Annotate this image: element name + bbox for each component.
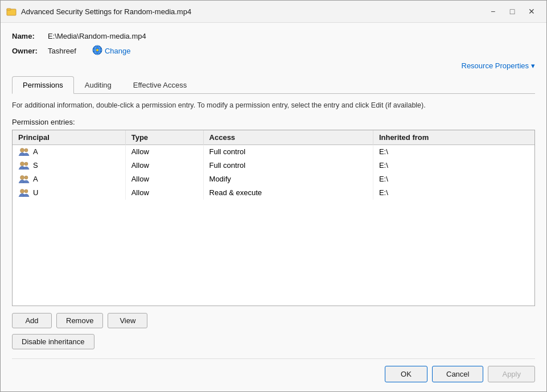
svg-point-10 bbox=[20, 162, 24, 166]
table-header-row: Principal Type Access Inherited from bbox=[13, 130, 534, 145]
svg-point-11 bbox=[24, 162, 28, 166]
name-value: E:\Media\Random-media.mp4 bbox=[48, 32, 146, 40]
cell-principal: S bbox=[13, 159, 125, 172]
tabs-container: Permissions Auditing Effective Access bbox=[12, 76, 535, 94]
dialog-buttons-row: OK Cancel Apply bbox=[12, 358, 535, 382]
maximize-button[interactable]: □ bbox=[503, 4, 521, 19]
table-row[interactable]: U AllowRead & executeE:\ bbox=[13, 186, 534, 200]
globe-icon bbox=[92, 45, 102, 57]
cell-access: Modify bbox=[203, 172, 373, 186]
window-title: Advanced Security Settings for Random-me… bbox=[21, 7, 479, 16]
owner-label: Owner: bbox=[12, 47, 43, 55]
cell-access: Full control bbox=[203, 159, 373, 172]
svg-rect-1 bbox=[7, 9, 11, 10]
cell-inherited: E:\ bbox=[373, 172, 534, 186]
table-row[interactable]: S AllowFull controlE:\ bbox=[13, 159, 534, 172]
disable-inheritance-button[interactable]: Disable inheritance bbox=[12, 334, 94, 349]
description-text: For additional information, double-click… bbox=[12, 101, 535, 111]
permission-entries-label: Permission entries: bbox=[12, 118, 535, 126]
cell-principal: A bbox=[13, 172, 125, 186]
col-principal: Principal bbox=[13, 130, 125, 145]
col-type: Type bbox=[125, 130, 203, 145]
owner-row: Owner: Tashreef Change bbox=[12, 45, 535, 57]
cancel-button[interactable]: Cancel bbox=[432, 366, 483, 382]
remove-button[interactable]: Remove bbox=[56, 313, 103, 328]
close-button[interactable]: ✕ bbox=[523, 4, 541, 19]
main-window: Advanced Security Settings for Random-me… bbox=[0, 0, 547, 392]
name-row: Name: E:\Media\Random-media.mp4 bbox=[12, 32, 535, 40]
cell-type: Allow bbox=[125, 159, 203, 172]
minimize-button[interactable]: − bbox=[484, 4, 502, 19]
tab-auditing[interactable]: Auditing bbox=[74, 76, 122, 94]
resource-properties-row: Resource Properties ▾ bbox=[12, 61, 535, 70]
svg-point-15 bbox=[24, 189, 28, 193]
view-button[interactable]: View bbox=[108, 313, 147, 328]
col-access: Access bbox=[203, 130, 373, 145]
svg-point-14 bbox=[20, 189, 24, 193]
resource-properties-button[interactable]: Resource Properties ▾ bbox=[462, 61, 536, 70]
add-button[interactable]: Add bbox=[12, 313, 52, 328]
cell-type: Allow bbox=[125, 172, 203, 186]
folder-icon bbox=[6, 6, 17, 16]
col-inherited-from: Inherited from bbox=[373, 130, 534, 145]
change-link[interactable]: Change bbox=[92, 45, 131, 57]
permissions-table: Principal Type Access Inherited from A A… bbox=[13, 130, 534, 200]
tab-effective-access[interactable]: Effective Access bbox=[122, 76, 198, 94]
cell-inherited: E:\ bbox=[373, 145, 534, 159]
cell-principal: A bbox=[13, 145, 125, 159]
cell-inherited: E:\ bbox=[373, 159, 534, 172]
svg-point-8 bbox=[20, 148, 24, 152]
window-controls: − □ ✕ bbox=[484, 4, 541, 19]
table-row[interactable]: A AllowFull controlE:\ bbox=[13, 145, 534, 159]
apply-button[interactable]: Apply bbox=[488, 366, 535, 382]
cell-principal: U bbox=[13, 186, 125, 200]
cell-access: Full control bbox=[203, 145, 373, 159]
cell-type: Allow bbox=[125, 145, 203, 159]
ok-button[interactable]: OK bbox=[385, 366, 427, 382]
chevron-down-icon: ▾ bbox=[531, 61, 535, 70]
svg-point-12 bbox=[20, 175, 24, 179]
title-bar: Advanced Security Settings for Random-me… bbox=[1, 1, 546, 23]
inheritance-row: Disable inheritance bbox=[12, 334, 535, 349]
owner-value: Tashreef bbox=[48, 47, 76, 55]
table-row[interactable]: A AllowModifyE:\ bbox=[13, 172, 534, 186]
action-buttons-row: Add Remove View bbox=[12, 313, 535, 328]
resource-properties-label: Resource Properties bbox=[462, 61, 529, 70]
tab-permissions[interactable]: Permissions bbox=[12, 76, 74, 94]
name-label: Name: bbox=[12, 32, 43, 40]
cell-type: Allow bbox=[125, 186, 203, 200]
svg-point-7 bbox=[96, 49, 98, 51]
change-label: Change bbox=[105, 47, 131, 55]
cell-inherited: E:\ bbox=[373, 186, 534, 200]
permissions-table-container[interactable]: Principal Type Access Inherited from A A… bbox=[12, 130, 535, 307]
content-area: Name: E:\Media\Random-media.mp4 Owner: T… bbox=[1, 23, 546, 391]
svg-point-9 bbox=[24, 148, 28, 152]
cell-access: Read & execute bbox=[203, 186, 373, 200]
svg-point-13 bbox=[24, 176, 28, 179]
